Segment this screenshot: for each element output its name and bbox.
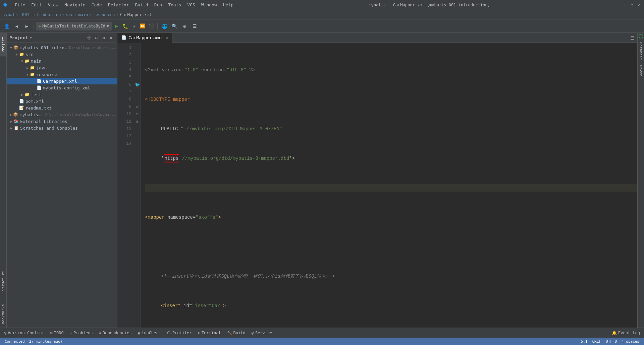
tab-close-button[interactable]: ✕	[166, 36, 168, 40]
breadcrumb-project[interactable]: mybatis-001-introduction	[3, 12, 61, 17]
dependencies-icon: ◈	[99, 331, 101, 335]
stop-button[interactable]: ⬛	[147, 22, 155, 30]
tree-label: java	[36, 65, 47, 70]
pom-icon: 📄	[19, 98, 24, 104]
profile-button[interactable]: ⏩	[139, 22, 147, 30]
line-separator[interactable]: CRLF	[590, 339, 603, 344]
version-control-button[interactable]: ◎ Version Control	[1, 330, 47, 336]
resources-folder-icon: 📁	[30, 72, 35, 77]
services-button[interactable]: ◎ Services	[249, 330, 277, 336]
forward-button[interactable]: ▶	[22, 21, 32, 31]
tree-item-root[interactable]: ▼ 📦 mybatis-001-introduction D:\software…	[7, 44, 117, 51]
tree-item-ext-libs[interactable]: ▶ 📚 External Libraries	[7, 118, 117, 125]
menu-view[interactable]: View	[45, 2, 61, 8]
debug-button[interactable]: 🐛	[121, 22, 129, 30]
code-line-3: PUBLIC "-//mybatis.org//DTD Mapper 3.0//…	[145, 125, 637, 133]
tree-item-test[interactable]: ▶ 📁 test	[7, 91, 117, 98]
menu-refactor[interactable]: Refactor	[105, 2, 132, 8]
settings-button[interactable]: ⚙	[100, 34, 107, 41]
database-tab[interactable]: Database	[638, 40, 644, 63]
search-button[interactable]: 🔍	[170, 21, 179, 31]
menu-window[interactable]: Window	[199, 2, 220, 8]
menu-run[interactable]: Run	[152, 2, 165, 8]
menu-navigate[interactable]: Navigate	[62, 2, 88, 8]
problems-icon: ⚠	[70, 331, 72, 335]
maven-tab[interactable]: Maven	[638, 63, 644, 79]
menu-code[interactable]: Code	[89, 2, 105, 8]
java-folder-icon: 📁	[30, 65, 35, 70]
tree-item-pom[interactable]: 📄 pom.xml	[7, 98, 117, 105]
todo-button[interactable]: ☑ TODO	[48, 330, 66, 336]
line-num-5: 5	[120, 74, 131, 81]
tree-item-main[interactable]: ▼ 📁 main	[7, 58, 117, 64]
tree-item-mybatis-demo[interactable]: ▶ 📦 mybatis-demo D:\software\idea\mybati…	[7, 111, 117, 118]
breadcrumb-src[interactable]: src	[66, 12, 73, 17]
maximize-button[interactable]: ☐	[629, 2, 635, 8]
code-content[interactable]: <?xml version="1.0" encoding="UTF-8" ?> …	[141, 43, 637, 328]
structure-tab[interactable]: Structure	[0, 268, 6, 294]
run-config-selector[interactable]: ▶ MyBatisTest.testDeleteById ▼	[36, 22, 112, 30]
mybatis-gutter-icon[interactable]: 🐦	[135, 82, 140, 87]
file-tree: ▼ 📦 mybatis-001-introduction D:\software…	[7, 43, 117, 328]
tree-arrow-icon: ▼	[20, 59, 24, 63]
recent-files-button[interactable]: ☰	[630, 35, 635, 41]
breadcrumb-main[interactable]: main	[78, 12, 88, 17]
fold-icon-11[interactable]: ⊟	[136, 120, 138, 124]
window-controls[interactable]: — ☐ ✕	[623, 2, 641, 8]
translate-button[interactable]: 🌐	[160, 21, 169, 31]
indent-setting[interactable]: 4 spaces	[620, 339, 641, 344]
menu-build[interactable]: Build	[132, 2, 151, 8]
event-log-label: Event Log	[618, 331, 640, 335]
tree-item-carmapper[interactable]: 📄 CarMapper.xml	[7, 78, 117, 84]
back-button[interactable]: ◀	[12, 21, 21, 31]
dropdown-arrow-icon[interactable]: ▼	[30, 36, 32, 40]
menu-vcs[interactable]: VCS	[184, 2, 198, 8]
add-button[interactable]: ➕	[86, 34, 92, 41]
menu-help[interactable]: Help	[220, 2, 236, 8]
tab-carmapper[interactable]: 📄 CarMapper.xml ✕	[117, 33, 172, 43]
close-panel-button[interactable]: ✕	[108, 34, 114, 41]
coverage-button[interactable]: ⚡	[130, 22, 138, 30]
settings-button[interactable]: ⚙	[180, 21, 189, 31]
tree-item-src[interactable]: ▼ 📁 src	[7, 51, 117, 58]
tree-item-mybatis-config[interactable]: 📄 mybatis-config.xml	[7, 84, 117, 91]
menu-edit[interactable]: Edit	[29, 2, 44, 8]
more-button[interactable]: ☰	[190, 21, 199, 31]
close-button[interactable]: ✕	[636, 2, 641, 8]
tree-label: mybatis-demo	[20, 112, 43, 117]
panel-header: Project ▼ ➕ ⊟ ⚙ ✕	[7, 33, 117, 43]
tree-item-scratches[interactable]: ▶ 📋 Scratches and Consoles	[7, 125, 117, 131]
tree-item-java[interactable]: ▶ 📁 java	[7, 64, 117, 71]
xml-file-icon: 📄	[36, 78, 42, 84]
tree-item-resources[interactable]: ▼ 📁 resources	[7, 71, 117, 78]
git-pull-button[interactable]: 👤	[2, 21, 11, 31]
tree-item-readme[interactable]: 📝 readme.txt	[7, 105, 117, 111]
tree-label: CarMapper.xml	[43, 79, 77, 84]
fold-icon-9[interactable]: ⊟	[136, 105, 138, 109]
minimize-button[interactable]: —	[623, 2, 628, 8]
breadcrumb-resources[interactable]: resources	[93, 12, 115, 17]
services-icon: ◎	[252, 331, 254, 335]
menu-bar[interactable]: File Edit View Navigate Code Refactor Bu…	[12, 2, 236, 8]
file-encoding[interactable]: UTF-8	[604, 339, 619, 344]
cursor-position[interactable]: 5:1	[579, 339, 590, 344]
project-tab[interactable]: Project	[0, 33, 6, 56]
problems-button[interactable]: ⚠ Problems	[67, 330, 96, 336]
gutter-8	[134, 96, 141, 103]
line-num-11: 11	[120, 118, 131, 125]
collapse-all-button[interactable]: ⊟	[93, 34, 100, 41]
terminal-button[interactable]: > Terminal	[195, 330, 224, 336]
event-log-button[interactable]: 🔔 Event Log	[609, 330, 643, 336]
run-button[interactable]: ▶	[112, 22, 120, 30]
bookmarks-tab[interactable]: Bookmarks	[0, 301, 6, 328]
menu-tools[interactable]: Tools	[165, 2, 184, 8]
menu-file[interactable]: File	[12, 2, 28, 8]
connection-status[interactable]: Connected (27 minutes ago)	[3, 339, 64, 344]
code-editor[interactable]: 1 2 3 4 5 6 7 8 9 10 11 12 13 14	[117, 43, 637, 328]
luacheck-button[interactable]: ◉ LuaCheck	[135, 330, 164, 336]
inspection-icon: ✓	[637, 33, 644, 40]
fold-icon-10[interactable]: ⊟	[136, 112, 138, 116]
profiler-button[interactable]: ⏱ Profiler	[164, 330, 195, 336]
dependencies-button[interactable]: ◈ Dependencies	[96, 330, 135, 336]
build-button[interactable]: 🔨 Build	[224, 330, 248, 336]
